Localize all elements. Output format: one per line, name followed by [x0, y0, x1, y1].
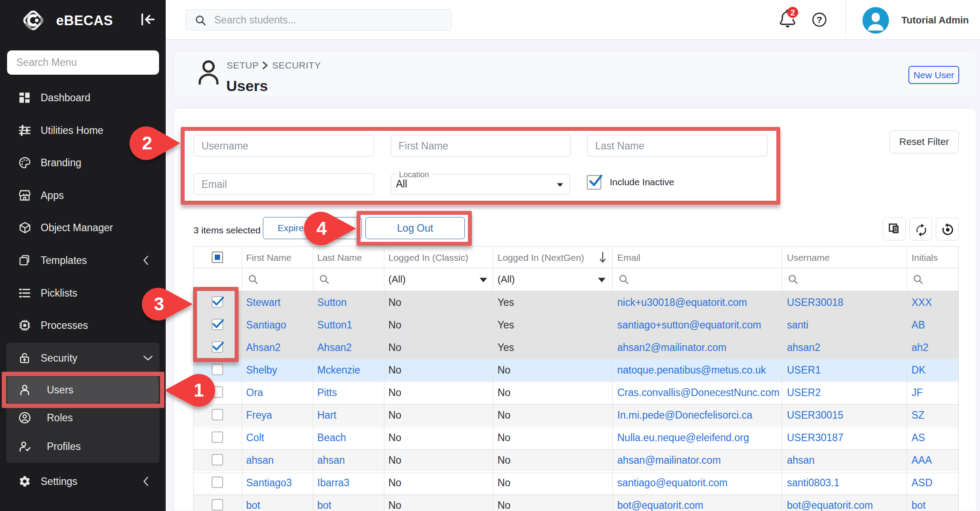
svg-text:2: 2 [790, 8, 795, 17]
svg-text:?: ? [817, 15, 822, 25]
